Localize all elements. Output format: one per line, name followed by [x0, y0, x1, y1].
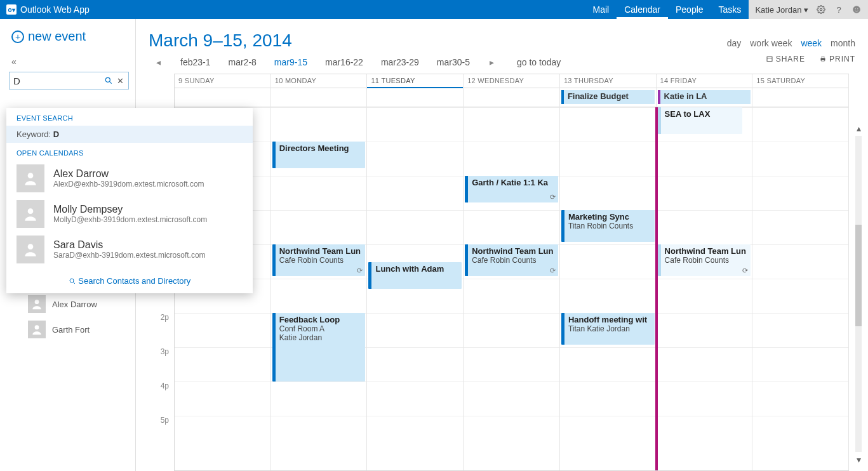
day-column[interactable]: 14 FRIDAYKatie in LASEA to LAXNorthwind …: [657, 74, 753, 470]
hours-area[interactable]: Lunch with Adam: [367, 107, 463, 470]
vertical-scrollbar[interactable]: ▴ ▾: [853, 123, 864, 465]
weeknav-item[interactable]: mar9-15: [274, 57, 307, 67]
event-title: Handoff meeting wit: [568, 315, 651, 324]
hours-area[interactable]: SEA to LAXNorthwind Team LunCafe Robin C…: [657, 107, 752, 470]
calendar-event[interactable]: Handoff meeting witTitan Katie Jordan: [561, 313, 655, 345]
dd-person[interactable]: Molly Dempsey MollyD@exhb-3919dom.extest…: [6, 196, 253, 232]
next-week-icon[interactable]: ▸: [488, 57, 497, 67]
new-event-label: new event: [28, 29, 86, 44]
dd-person[interactable]: Sara Davis SaraD@exhb-3919dom.extest.mic…: [6, 232, 253, 267]
calendar-event[interactable]: Northwind Team LunCafe Robin Counts⟳: [465, 244, 558, 276]
smiley-icon[interactable]: [851, 4, 862, 15]
search-icon[interactable]: [102, 72, 115, 90]
day-column[interactable]: 15 SATURDAY: [752, 74, 849, 470]
dd-search-directory[interactable]: Search Contacts and Directory: [6, 271, 253, 293]
scroll-thumb[interactable]: [855, 225, 862, 326]
calendar-grid[interactable]: 9 SUNDAY10 MONDAYDirectors MeetingNorthw…: [174, 74, 849, 471]
view-toggle: day work week week month: [727, 38, 855, 48]
week-navigation: ◂ feb23-1mar2-8mar9-15mar16-22mar23-29ma…: [149, 51, 868, 71]
weeknav-item[interactable]: mar16-22: [325, 57, 363, 67]
nav-mail[interactable]: Mail: [585, 0, 617, 19]
nav-calendar[interactable]: Calendar: [617, 0, 668, 19]
day-header: 10 MONDAY: [271, 74, 367, 88]
nav-tasks[interactable]: Tasks: [711, 0, 749, 19]
other-calendar-name: Garth Fort: [52, 325, 90, 335]
svg-rect-16: [822, 56, 824, 58]
goto-today[interactable]: go to today: [517, 57, 561, 67]
weeknav-item[interactable]: feb23-1: [180, 57, 210, 67]
calendar-event[interactable]: Directors Meeting: [272, 142, 366, 168]
scroll-down-icon[interactable]: ▾: [853, 454, 864, 465]
allday-row[interactable]: [175, 88, 270, 107]
allday-row[interactable]: [752, 88, 848, 107]
top-bar: o▾ Outlook Web App Mail Calendar People …: [0, 0, 868, 19]
svg-point-1: [853, 6, 860, 13]
new-event-button[interactable]: + new event: [0, 29, 135, 44]
clear-search-icon[interactable]: ✕: [114, 72, 126, 90]
share-button[interactable]: SHARE: [766, 55, 805, 63]
recur-icon: ⟳: [742, 267, 748, 275]
weeknav-item[interactable]: mar2-8: [228, 57, 256, 67]
event-title: Northwind Team Lun: [472, 246, 554, 256]
event-subtitle: Cafe Robin Counts: [472, 256, 554, 265]
day-column[interactable]: 12 WEDNESDAYGarth / Katie 1:1 Ka⟳Northwi…: [464, 74, 560, 470]
dd-open-calendars-label: OPEN CALENDARS: [6, 143, 253, 161]
dd-dirsearch-label: Search Contacts and Directory: [78, 276, 190, 286]
calendar-event[interactable]: Lunch with Adam: [368, 262, 462, 289]
search-box: ✕: [9, 72, 129, 90]
calendar-event[interactable]: Marketing SyncTitan Robin Counts: [561, 210, 655, 242]
calendar-event[interactable]: Garth / Katie 1:1 Ka⟳: [465, 176, 558, 202]
event-title: Feedback Loop: [279, 315, 362, 324]
day-column[interactable]: 11 TUESDAYLunch with Adam: [367, 74, 464, 470]
scroll-track[interactable]: [855, 136, 862, 452]
other-calendar-name: Alex Darrow: [52, 300, 97, 309]
calendar-event[interactable]: Northwind Team LunCafe Robin Counts⟳: [658, 244, 751, 276]
other-calendar-item[interactable]: Garth Fort: [0, 317, 135, 342]
scroll-up-icon[interactable]: ▴: [853, 123, 864, 133]
hours-area[interactable]: Garth / Katie 1:1 Ka⟳Northwind Team LunC…: [464, 107, 559, 470]
collapse-sidebar-icon[interactable]: «: [0, 44, 135, 69]
help-icon[interactable]: ?: [834, 4, 844, 15]
calendar-event[interactable]: SEA to LAX: [658, 107, 743, 134]
allday-event[interactable]: Finalize Budget: [561, 90, 655, 104]
dd-keyword-row[interactable]: Keyword: D: [6, 126, 253, 143]
calendar-header: March 9–15, 2014 day work week week mont…: [136, 19, 868, 71]
dd-person-name: Sara Davis: [53, 239, 206, 251]
calendar-event[interactable]: Northwind Team LunCafe Robin Counts⟳: [272, 244, 366, 276]
allday-event[interactable]: Katie in LA: [658, 90, 751, 104]
svg-point-0: [820, 8, 822, 11]
view-day[interactable]: day: [727, 38, 742, 48]
weeknav-item[interactable]: mar30-5: [437, 57, 470, 67]
allday-row[interactable]: Katie in LA: [657, 88, 752, 107]
prev-week-icon[interactable]: ◂: [154, 57, 163, 67]
allday-row[interactable]: [464, 88, 559, 107]
day-column[interactable]: 10 MONDAYDirectors MeetingNorthwind Team…: [271, 74, 368, 470]
event-subtitle: Cafe Robin Counts: [279, 256, 362, 265]
user-name[interactable]: Katie Jordan ▾: [755, 5, 808, 15]
day-column[interactable]: 13 THURSDAYFinalize BudgetMarketing Sync…: [560, 74, 657, 470]
view-month[interactable]: month: [831, 38, 855, 48]
allday-row[interactable]: [271, 88, 367, 107]
hour-label: 5p: [136, 415, 174, 449]
svg-point-8: [28, 173, 34, 178]
nav-people[interactable]: People: [668, 0, 711, 19]
share-print: SHARE PRINT: [766, 55, 855, 63]
allday-row[interactable]: [367, 88, 463, 107]
svg-point-3: [857, 8, 858, 9]
calendar-event[interactable]: Feedback LoopConf Room AKatie Jordan: [272, 313, 366, 381]
print-button[interactable]: PRINT: [819, 55, 855, 63]
gear-icon[interactable]: [816, 4, 826, 15]
hours-area[interactable]: Marketing SyncTitan Robin CountsHandoff …: [560, 107, 656, 470]
recur-icon: ⟳: [357, 267, 363, 275]
view-week[interactable]: week: [801, 38, 822, 48]
view-workweek[interactable]: work week: [750, 38, 792, 48]
allday-row[interactable]: Finalize Budget: [560, 88, 656, 107]
dd-person[interactable]: Alex Darrow AlexD@exhb-3919dom.extest.mi…: [6, 161, 253, 196]
event-title: Lunch with Adam: [375, 264, 458, 274]
avatar: [28, 295, 46, 313]
event-title: SEA to LAX: [665, 109, 739, 119]
hours-area[interactable]: Directors MeetingNorthwind Team LunCafe …: [271, 107, 367, 470]
hours-area[interactable]: [752, 107, 848, 470]
weeknav-item[interactable]: mar23-29: [381, 57, 419, 67]
other-calendar-item[interactable]: Alex Darrow: [0, 291, 135, 317]
